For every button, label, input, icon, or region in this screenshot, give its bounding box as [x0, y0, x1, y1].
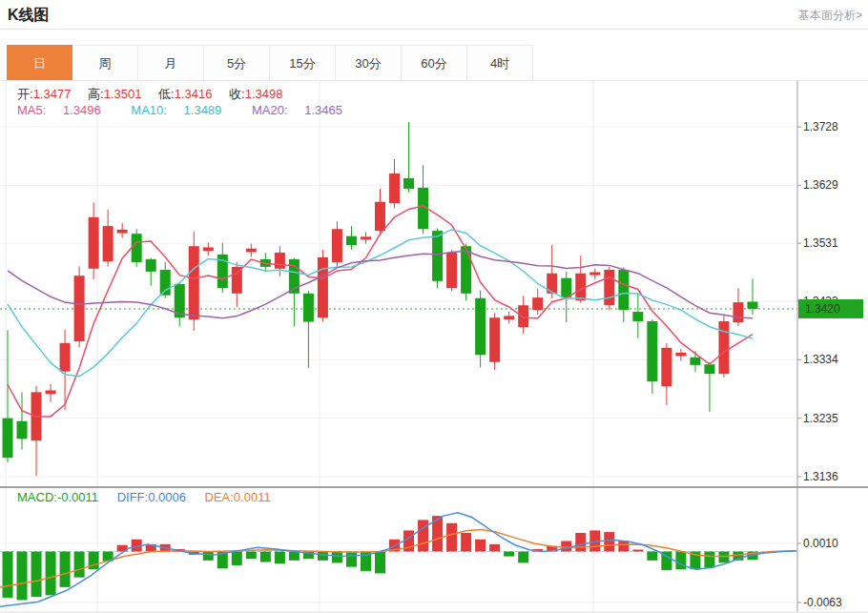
candle-body — [604, 270, 614, 305]
macd-bar — [60, 552, 71, 587]
ma5-legend: MA5: 1.3496 — [17, 103, 114, 117]
tab-30分[interactable]: 30分 — [336, 45, 402, 81]
price-tick-label: 1.3235 — [803, 412, 838, 425]
tab-日[interactable]: 日 — [7, 45, 72, 81]
price-tick-label: 1.3531 — [803, 236, 838, 250]
candle-body — [160, 270, 171, 296]
tab-5分[interactable]: 5分 — [204, 45, 270, 81]
macd-bar — [618, 541, 629, 551]
candle-body — [3, 419, 13, 459]
high-label: 高: — [88, 87, 104, 101]
candle-body — [318, 257, 328, 317]
tab-60分[interactable]: 60分 — [402, 45, 467, 81]
page-title: K线图 — [8, 6, 50, 26]
ma10-line — [8, 230, 753, 377]
close-label: 收: — [229, 87, 245, 101]
candle-body — [60, 343, 71, 372]
macd-bar — [203, 552, 214, 561]
macd-bar — [647, 552, 657, 561]
candle-body — [518, 305, 528, 327]
price-tick-label: 1.3629 — [803, 178, 838, 192]
candle-body — [748, 302, 758, 309]
current-price-text: 1.3420 — [805, 302, 840, 316]
candle-body — [475, 298, 486, 356]
candle-body — [589, 273, 600, 276]
kline-page: K线图 基本面分析> 日周月5分15分30分60分4时 开:1.3477 高:1… — [0, 0, 868, 613]
ma10-legend: MA10: 1.3489 — [131, 103, 235, 117]
macd-bar — [74, 552, 85, 578]
candle-body — [74, 276, 85, 341]
price-tick-label: 1.3136 — [803, 470, 838, 483]
tab-周[interactable]: 周 — [72, 45, 138, 81]
macd-bar — [518, 552, 528, 563]
macd-legend: MACD:-0.0011 DIFF:0.0006 DEA:0.0011 — [17, 490, 286, 504]
macd-bar — [604, 532, 614, 551]
candle-body — [675, 353, 686, 357]
macd-bar — [246, 552, 257, 560]
diff-value: DIFF:0.0006 — [117, 490, 186, 504]
macd-bar — [418, 520, 428, 551]
tab-月[interactable]: 月 — [138, 45, 204, 81]
candle-body — [103, 226, 114, 261]
macd-bar — [475, 540, 486, 552]
candle-body — [246, 249, 257, 253]
macd-bar — [718, 552, 729, 563]
price-tick-label: 1.3728 — [803, 120, 838, 133]
tab-15分[interactable]: 15分 — [270, 45, 336, 81]
macd-bar — [318, 552, 328, 561]
macd-bar — [632, 550, 643, 552]
macd-bar — [489, 544, 500, 552]
macd-bar — [31, 552, 42, 598]
candle-body — [575, 274, 586, 301]
macd-bar — [275, 552, 285, 564]
macd-bar — [461, 533, 471, 552]
candle-body — [704, 364, 714, 374]
ma20-legend: MA20: 1.3465 — [252, 103, 356, 117]
macd-value: MACD:-0.0011 — [17, 490, 98, 504]
macd-bar — [575, 533, 586, 552]
macd-bar — [17, 552, 28, 601]
candle-body — [461, 246, 471, 294]
candle-body — [504, 316, 514, 319]
high-value: 1.3501 — [104, 87, 142, 101]
fundamental-analysis-link[interactable]: 基本面分析> — [798, 8, 862, 24]
candle-body — [17, 421, 28, 439]
tab-4时[interactable]: 4时 — [467, 45, 533, 81]
candle-body — [561, 278, 571, 297]
macd-bar — [289, 552, 300, 561]
candle-body — [489, 317, 500, 361]
candle-body — [733, 302, 743, 322]
open-value: 1.3477 — [33, 87, 72, 101]
candle-body — [146, 259, 156, 272]
low-value: 1.3416 — [175, 87, 213, 101]
candle-body — [346, 236, 357, 245]
macd-bar — [232, 552, 242, 565]
candle-body — [232, 267, 242, 294]
candle-body — [46, 390, 56, 394]
candle-body — [618, 270, 629, 310]
ma-legend: MA5: 1.3496 MA10: 1.3489 MA20: 1.3465 — [17, 103, 369, 117]
candle-body — [532, 297, 543, 310]
macd-bar — [446, 523, 457, 552]
candle-body — [446, 253, 457, 288]
candle-body — [647, 321, 657, 381]
macd-tick-label: -0.0063 — [803, 596, 842, 609]
candle-body — [89, 217, 99, 269]
dea-value: DEA:0.0011 — [205, 490, 271, 504]
candle-body — [432, 231, 443, 281]
candle-body — [389, 174, 400, 203]
ma5-line — [8, 206, 753, 417]
macd-bar — [3, 552, 13, 598]
macd-bar — [332, 552, 342, 563]
macd-bar — [346, 552, 357, 567]
candle-body — [718, 321, 729, 374]
kline-chart-svg[interactable]: 1.37281.36291.35311.34331.33341.32351.31… — [0, 81, 868, 613]
candle-body — [403, 178, 414, 189]
price-tick-label: 1.3334 — [803, 353, 838, 366]
ohlc-legend: 开:1.3477 高:1.3501 低:1.3416 收:1.3498 — [17, 86, 296, 103]
macd-bar — [561, 541, 571, 551]
macd-bar — [46, 552, 56, 596]
ma20-line — [8, 251, 753, 318]
candle-body — [361, 236, 371, 239]
macd-bar — [375, 552, 385, 574]
